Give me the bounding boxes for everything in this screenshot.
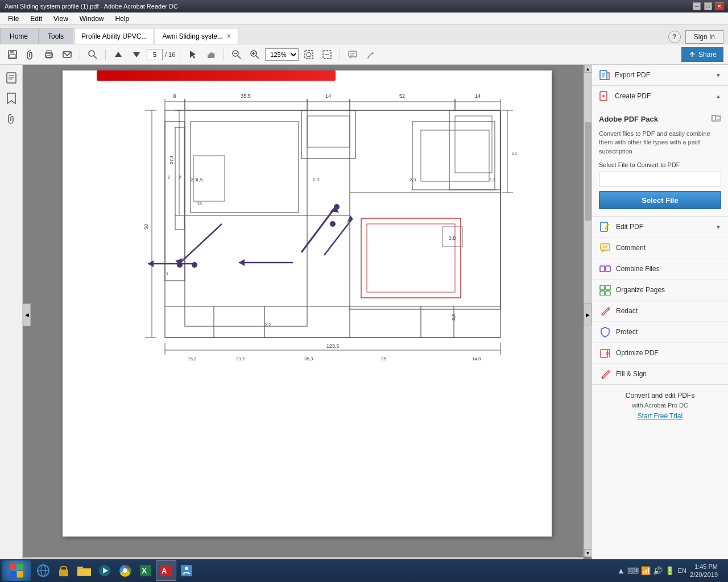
comment-row[interactable]: Comment bbox=[592, 238, 728, 259]
attach-button[interactable] bbox=[23, 47, 39, 63]
scroll-up-button[interactable]: ▲ bbox=[584, 65, 592, 73]
svg-rect-27 bbox=[305, 51, 313, 59]
redact-row[interactable]: Redact bbox=[592, 301, 728, 322]
share-button[interactable]: Share bbox=[681, 47, 723, 62]
protect-row[interactable]: Protect bbox=[592, 322, 728, 343]
optimize-pdf-label: Optimize PDF bbox=[616, 349, 659, 357]
svg-point-28 bbox=[307, 52, 311, 57]
taskbar-excel-icon[interactable]: X bbox=[135, 560, 156, 581]
clock-date: 2/20/2019 bbox=[690, 571, 718, 579]
combine-files-row[interactable]: Combine Files bbox=[592, 259, 728, 280]
taskbar-lock-icon[interactable] bbox=[53, 560, 74, 581]
svg-rect-166 bbox=[17, 564, 23, 570]
convert-section: Convert and edit PDFs with Acrobat Pro D… bbox=[592, 385, 728, 427]
page-input[interactable] bbox=[147, 49, 163, 60]
help-button[interactable]: ? bbox=[668, 31, 681, 43]
taskbar-media-icon[interactable] bbox=[94, 560, 115, 581]
sidebar-attachments-icon[interactable] bbox=[3, 110, 20, 127]
signin-button[interactable]: Sign In bbox=[685, 30, 723, 44]
cursor-tool-button[interactable] bbox=[185, 47, 201, 63]
select-file-button[interactable]: Select File bbox=[599, 191, 721, 209]
print-button[interactable] bbox=[41, 47, 57, 63]
svg-text:2,3: 2,3 bbox=[410, 177, 416, 182]
svg-point-131 bbox=[192, 262, 197, 268]
svg-line-26 bbox=[256, 56, 259, 59]
menu-view[interactable]: View bbox=[48, 14, 74, 24]
close-button[interactable]: ✕ bbox=[715, 2, 723, 10]
select-file-input-box[interactable] bbox=[599, 172, 721, 186]
svg-marker-43 bbox=[7, 93, 15, 103]
optimize-pdf-row[interactable]: Optimize PDF bbox=[592, 343, 728, 364]
menu-file[interactable]: File bbox=[2, 14, 24, 24]
sidebar-pages-icon[interactable] bbox=[3, 69, 20, 86]
combine-files-label: Combine Files bbox=[616, 265, 660, 273]
minimize-button[interactable]: ─ bbox=[693, 2, 701, 10]
svg-point-8 bbox=[89, 51, 94, 56]
maximize-button[interactable]: □ bbox=[704, 2, 712, 10]
free-trial-link[interactable]: Start Free Trial bbox=[638, 412, 682, 420]
taskbar-right: ▲ ⌨ 📶 🔊 🔋 EN 1:45 PM 2/20/2019 bbox=[617, 563, 726, 579]
taskbar-folder-icon[interactable] bbox=[74, 560, 94, 581]
tab-tools[interactable]: Tools bbox=[38, 28, 73, 44]
select-tool-button[interactable] bbox=[319, 47, 335, 63]
tab-close-icon[interactable]: ✕ bbox=[226, 33, 231, 39]
tab-home[interactable]: Home bbox=[0, 28, 38, 44]
svg-text:22: 22 bbox=[512, 151, 517, 156]
export-pdf-icon bbox=[599, 69, 610, 81]
save-button[interactable] bbox=[5, 47, 20, 63]
svg-rect-39 bbox=[7, 73, 16, 83]
taskbar-ie-icon[interactable] bbox=[33, 560, 53, 581]
create-pdf-chevron: ▲ bbox=[715, 93, 721, 99]
menu-window[interactable]: Window bbox=[74, 14, 110, 24]
find-button[interactable] bbox=[85, 47, 101, 63]
pdf-pack-icon bbox=[711, 113, 721, 125]
scroll-down-button[interactable]: ▼ bbox=[584, 549, 592, 557]
organize-pages-icon bbox=[599, 284, 611, 296]
v-scroll-thumb[interactable] bbox=[585, 122, 592, 221]
tab-profile-ability[interactable]: Profile Ability UPVC... bbox=[74, 28, 154, 44]
create-pdf-row[interactable]: Create PDF ▲ bbox=[592, 86, 728, 106]
pdf-page: 8 35,5 14 52 bbox=[63, 70, 552, 537]
protect-icon bbox=[599, 326, 611, 338]
svg-rect-2 bbox=[10, 55, 15, 58]
collapse-right-panel[interactable]: ▶ bbox=[584, 304, 592, 326]
clock-area[interactable]: 1:45 PM 2/20/2019 bbox=[690, 563, 718, 579]
taskbar-paint-icon[interactable] bbox=[176, 560, 197, 581]
tray-battery-icon[interactable]: 🔋 bbox=[665, 566, 675, 575]
marquee-zoom-button[interactable] bbox=[301, 47, 317, 63]
comment-button[interactable] bbox=[345, 47, 361, 63]
export-pdf-row[interactable]: Export PDF ▼ bbox=[592, 65, 728, 86]
svg-line-120 bbox=[179, 224, 222, 264]
zoom-in-button[interactable] bbox=[247, 47, 263, 63]
zoom-select[interactable]: 125% 100% 75% 150% bbox=[265, 48, 299, 61]
fill-sign-row[interactable]: Fill & Sign bbox=[592, 364, 728, 385]
menu-edit[interactable]: Edit bbox=[24, 14, 48, 24]
tray-network-icon[interactable]: 📶 bbox=[641, 566, 651, 575]
edit-pdf-row[interactable]: Edit PDF ▼ bbox=[592, 217, 728, 238]
edit-pdf-label: Edit PDF bbox=[616, 223, 643, 231]
tray-expand-icon[interactable]: ▲ bbox=[617, 566, 625, 575]
export-pdf-label: Export PDF bbox=[615, 71, 711, 79]
menu-help[interactable]: Help bbox=[110, 14, 135, 24]
email-button[interactable] bbox=[59, 47, 75, 63]
organize-pages-row[interactable]: Organize Pages bbox=[592, 280, 728, 301]
hand-tool-button[interactable] bbox=[203, 47, 219, 63]
annotate-button[interactable] bbox=[363, 47, 379, 63]
zoom-out-button[interactable] bbox=[229, 47, 245, 63]
svg-rect-67 bbox=[185, 110, 307, 326]
prev-page-button[interactable] bbox=[110, 47, 126, 63]
sidebar-bookmarks-icon[interactable] bbox=[3, 90, 20, 107]
svg-text:23,2: 23,2 bbox=[236, 356, 245, 361]
start-button[interactable] bbox=[2, 560, 31, 581]
tab-awni-sliding[interactable]: Awni Sliding syste... ✕ bbox=[155, 28, 238, 44]
next-page-button[interactable] bbox=[129, 47, 144, 63]
collapse-left-panel[interactable]: ◀ bbox=[23, 304, 31, 326]
tray-volume-icon[interactable]: 🔊 bbox=[653, 566, 663, 575]
tray-keyboard-icon[interactable]: ⌨ bbox=[627, 566, 639, 575]
pdf-pack-title: Adobe PDF Pack bbox=[599, 115, 658, 123]
pdf-area[interactable]: ◀ ▶ 8 bbox=[23, 65, 592, 565]
svg-text:35,3: 35,3 bbox=[304, 356, 313, 361]
taskbar-chrome-icon[interactable] bbox=[115, 560, 135, 581]
taskbar-acrobat-icon[interactable]: A bbox=[156, 560, 176, 581]
taskbar: X A ▲ ⌨ 📶 🔊 🔋 EN 1:45 PM 2/20/2019 bbox=[0, 559, 728, 582]
